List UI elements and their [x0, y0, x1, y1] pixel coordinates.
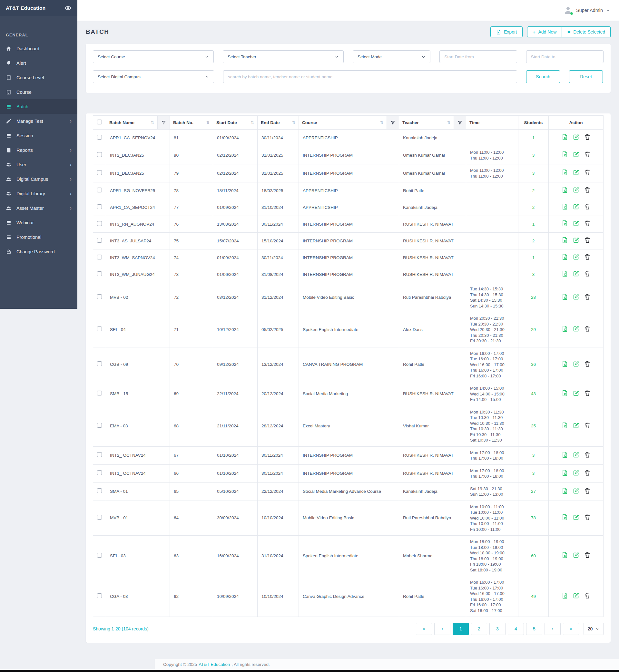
- teacher-filter[interactable]: [454, 116, 466, 130]
- export-row-icon[interactable]: [561, 360, 568, 367]
- row-checkbox[interactable]: [97, 488, 102, 493]
- export-row-icon[interactable]: [561, 451, 568, 458]
- row-checkbox[interactable]: [97, 152, 102, 157]
- row-checkbox[interactable]: [97, 135, 102, 140]
- column-course[interactable]: Course: [302, 120, 317, 125]
- row-checkbox[interactable]: [97, 423, 102, 428]
- sidebar-item-change-password[interactable]: Change Password ›: [0, 244, 77, 259]
- user-menu[interactable]: Super Admin: [563, 5, 610, 15]
- row-checkbox[interactable]: [97, 238, 102, 243]
- row-checkbox[interactable]: [97, 221, 102, 226]
- column-end-date[interactable]: End Date: [261, 120, 280, 125]
- row-checkbox[interactable]: [97, 515, 102, 520]
- select-all-checkbox[interactable]: [97, 120, 102, 125]
- row-checkbox[interactable]: [97, 170, 102, 175]
- edit-icon[interactable]: [572, 487, 580, 495]
- students-count[interactable]: 1: [519, 130, 549, 146]
- edit-icon[interactable]: [572, 203, 580, 210]
- row-checkbox[interactable]: [97, 470, 102, 475]
- trash-icon[interactable]: [584, 390, 591, 397]
- trash-icon[interactable]: [584, 270, 591, 277]
- teacher-select[interactable]: Select Teacher: [223, 50, 344, 63]
- sort-icon[interactable]: ⇅: [151, 120, 154, 125]
- trash-icon[interactable]: [584, 151, 591, 158]
- students-count[interactable]: 3: [519, 146, 549, 164]
- edit-icon[interactable]: [572, 514, 580, 521]
- page-button-›[interactable]: ›: [545, 623, 561, 635]
- sort-icon[interactable]: ⇅: [447, 120, 451, 125]
- sidebar-item-webinar[interactable]: Webinar ›: [0, 215, 77, 230]
- students-count[interactable]: 27: [519, 482, 549, 501]
- students-count[interactable]: 29: [519, 312, 549, 348]
- students-count[interactable]: 2: [519, 199, 549, 216]
- export-row-icon[interactable]: [561, 220, 568, 227]
- sort-icon[interactable]: ⇅: [380, 120, 383, 125]
- row-checkbox[interactable]: [97, 452, 102, 457]
- digital-campus-select[interactable]: Select Digital Campus: [93, 70, 214, 83]
- edit-icon[interactable]: [572, 592, 580, 599]
- add-new-button[interactable]: + Add New: [527, 26, 562, 38]
- edit-icon[interactable]: [572, 469, 580, 476]
- row-checkbox[interactable]: [97, 593, 102, 598]
- edit-icon[interactable]: [572, 293, 580, 300]
- sidebar-item-manage-test[interactable]: Manage Test ›: [0, 114, 77, 128]
- trash-icon[interactable]: [584, 169, 591, 176]
- edit-icon[interactable]: [572, 551, 580, 558]
- edit-icon[interactable]: [572, 325, 580, 332]
- row-checkbox[interactable]: [97, 204, 102, 209]
- export-row-icon[interactable]: [561, 134, 568, 141]
- column-batch-name[interactable]: Batch Name: [109, 120, 134, 125]
- course-select[interactable]: Select Course: [93, 50, 214, 63]
- sidebar-toggle-icon[interactable]: [64, 4, 72, 12]
- export-row-icon[interactable]: [561, 422, 568, 429]
- edit-icon[interactable]: [572, 237, 580, 244]
- column-start-date[interactable]: Start Date: [216, 120, 237, 125]
- trash-icon[interactable]: [584, 253, 591, 260]
- trash-icon[interactable]: [584, 186, 591, 194]
- export-row-icon[interactable]: [561, 237, 568, 244]
- row-checkbox[interactable]: [97, 326, 102, 331]
- export-row-icon[interactable]: [561, 592, 568, 599]
- row-checkbox[interactable]: [97, 188, 102, 193]
- export-row-icon[interactable]: [561, 169, 568, 176]
- students-count[interactable]: 3: [519, 164, 549, 182]
- export-row-icon[interactable]: [561, 293, 568, 300]
- edit-icon[interactable]: [572, 186, 580, 194]
- export-row-icon[interactable]: [561, 253, 568, 260]
- sort-icon[interactable]: ⇅: [251, 120, 254, 125]
- edit-icon[interactable]: [572, 451, 580, 458]
- trash-icon[interactable]: [584, 134, 591, 141]
- page-button-3[interactable]: 3: [489, 623, 505, 635]
- students-count[interactable]: 78: [519, 501, 549, 536]
- export-row-icon[interactable]: [561, 487, 568, 495]
- students-count[interactable]: 49: [519, 576, 549, 617]
- course-filter[interactable]: [387, 116, 399, 130]
- students-count[interactable]: 36: [519, 347, 549, 382]
- sidebar-item-batch[interactable]: Batch ›: [0, 99, 77, 114]
- start-date-to-input[interactable]: [531, 55, 599, 59]
- students-count[interactable]: 3: [519, 266, 549, 283]
- row-checkbox[interactable]: [97, 361, 102, 366]
- sidebar-item-reports[interactable]: Reports ›: [0, 143, 77, 157]
- edit-icon[interactable]: [572, 253, 580, 260]
- sort-icon[interactable]: ⇅: [206, 120, 210, 125]
- column-teacher[interactable]: Teacher: [402, 120, 419, 125]
- start-date-from-input[interactable]: [444, 55, 512, 59]
- row-checkbox[interactable]: [97, 272, 102, 276]
- page-button-‹[interactable]: ‹: [434, 623, 451, 635]
- trash-icon[interactable]: [584, 469, 591, 476]
- row-checkbox[interactable]: [97, 254, 102, 259]
- export-button[interactable]: Export: [490, 26, 522, 38]
- delete-selected-button[interactable]: ✖ Delete Selected: [562, 26, 611, 38]
- page-button-«[interactable]: «: [416, 623, 432, 635]
- export-row-icon[interactable]: [561, 551, 568, 558]
- sidebar-item-course-level[interactable]: Course Level ›: [0, 70, 77, 85]
- search-button[interactable]: Search: [526, 70, 560, 83]
- sidebar-item-course[interactable]: Course ›: [0, 85, 77, 99]
- mode-select[interactable]: Select Mode: [353, 50, 430, 63]
- students-count[interactable]: 2: [519, 233, 549, 249]
- trash-icon[interactable]: [584, 451, 591, 458]
- students-count[interactable]: 1: [519, 249, 549, 266]
- trash-icon[interactable]: [584, 422, 591, 429]
- edit-icon[interactable]: [572, 390, 580, 397]
